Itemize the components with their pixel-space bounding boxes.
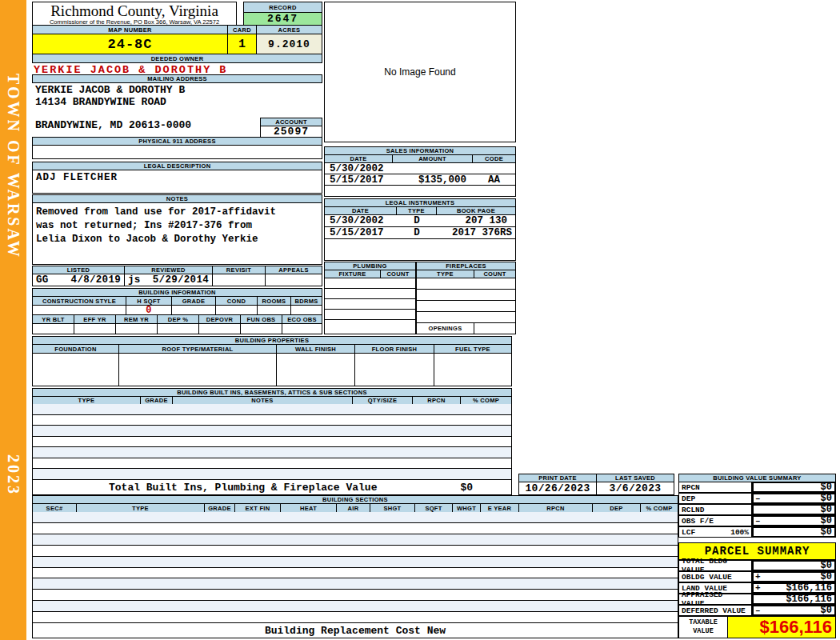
bvs-obs-value: $0 bbox=[764, 515, 834, 526]
funobs-label: FUN OBS bbox=[241, 315, 282, 323]
sec-num-label: SEC# bbox=[33, 504, 77, 512]
sec-eyear-label: E YEAR bbox=[481, 504, 519, 512]
built-ins-comp-label: % COMP bbox=[461, 397, 511, 404]
sales-date: 5/15/2017 bbox=[325, 174, 393, 185]
hsqft-label: H SQFT bbox=[126, 297, 172, 305]
foundation-value bbox=[33, 354, 119, 386]
table-row bbox=[417, 301, 515, 312]
bvs-lcf-value: $0 bbox=[764, 526, 834, 538]
ecoobs-value bbox=[282, 324, 322, 334]
table-row bbox=[325, 239, 515, 251]
fuel-type-value bbox=[434, 354, 511, 386]
sec-type-label: TYPE bbox=[77, 504, 205, 512]
rooms-value bbox=[258, 306, 291, 314]
grade-label: GRADE bbox=[172, 297, 216, 305]
instrument-type: D bbox=[397, 215, 437, 226]
cond-label: COND bbox=[216, 297, 258, 305]
land-value: $166,116 bbox=[764, 582, 834, 594]
bvs-row-lcf: LCF 100% $0 bbox=[678, 526, 836, 538]
sales-date bbox=[325, 186, 393, 196]
table-row bbox=[33, 404, 511, 414]
legal-description-value: ADJ FLETCHER bbox=[32, 170, 322, 194]
reviewed-by: js bbox=[128, 274, 141, 286]
floor-finish-label: FLOOR FINISH bbox=[355, 345, 434, 353]
obldg-cell: + $0 bbox=[752, 571, 836, 582]
table-row bbox=[325, 278, 415, 289]
reviewed-date: 5/29/2014 bbox=[153, 274, 209, 286]
notes-line-1: Removed from land use for 2017-affidavit bbox=[36, 206, 318, 219]
instrument-type-label: TYPE bbox=[397, 207, 437, 214]
grade-value bbox=[172, 306, 216, 314]
floor-finish-value bbox=[355, 354, 434, 386]
county-title: Richmond County, Virginia bbox=[33, 3, 236, 18]
funobs-value bbox=[241, 324, 282, 334]
fireplaces-table-body bbox=[416, 278, 516, 323]
plumbing-count-label: COUNT bbox=[381, 270, 415, 278]
built-ins-total-row: Total Built Ins, Plumbing & Fireplace Va… bbox=[32, 479, 512, 495]
instrument-date: 5/30/2002 bbox=[325, 215, 397, 226]
instrument-type: D bbox=[397, 227, 437, 238]
fuel-type-label: FUEL TYPE bbox=[434, 345, 511, 353]
sales-amount bbox=[393, 186, 473, 196]
table-row bbox=[33, 556, 678, 567]
review-value-row: GG 4/8/2019 js 5/29/2014 bbox=[32, 274, 322, 286]
instrument-date bbox=[325, 239, 397, 251]
bvs-rclnd-value: $0 bbox=[764, 504, 834, 515]
bvs-dep-cell: – $0 bbox=[752, 493, 836, 504]
building-sections-footer: Building Replacement Cost New bbox=[32, 622, 678, 638]
wall-finish-value bbox=[277, 354, 355, 386]
bvs-dep-value: $0 bbox=[764, 493, 834, 504]
mailing-line-1: YERKIE JACOB & DOROTHY B bbox=[35, 84, 185, 96]
instrument-book: 2017 376RS bbox=[437, 227, 515, 238]
cond-value bbox=[216, 306, 258, 314]
table-row bbox=[417, 278, 515, 290]
account-value: 25097 bbox=[260, 126, 322, 138]
bvs-dep-label: DEP bbox=[678, 493, 752, 504]
table-row: 5/30/2002 bbox=[325, 163, 515, 174]
bdrms-label: BDRMS bbox=[291, 297, 322, 305]
sales-amount bbox=[393, 163, 473, 174]
reviewed-label: REVIEWED bbox=[125, 266, 213, 274]
table-row bbox=[325, 299, 415, 310]
acres-value: 9.2010 bbox=[256, 34, 322, 54]
sales-date: 5/30/2002 bbox=[325, 163, 393, 174]
table-row bbox=[33, 436, 511, 447]
roof-label: ROOF TYPE/MATERIAL bbox=[119, 345, 277, 353]
instrument-book bbox=[437, 239, 515, 251]
depovr-label: DEPOVR bbox=[199, 315, 241, 323]
obldg-label: OBLDG VALUE bbox=[678, 571, 752, 582]
print-date-value: 10/26/2023 bbox=[519, 482, 597, 494]
bvs-rpcn-cell: $0 bbox=[752, 482, 836, 493]
bdrms-value bbox=[291, 306, 322, 314]
construction-style-label: CONSTRUCTION STYLE bbox=[33, 297, 126, 305]
bvs-rclnd-cell: $0 bbox=[752, 504, 836, 515]
reviewed-value: js 5/29/2014 bbox=[125, 274, 213, 286]
fireplace-type-label: TYPE bbox=[417, 270, 474, 278]
depovr-value bbox=[199, 324, 241, 334]
operator: – bbox=[754, 494, 764, 503]
total-bldg-cell: $0 bbox=[752, 560, 836, 571]
table-row bbox=[33, 446, 511, 458]
property-record-card: TOWN OF WARSAW 2023 Richmond County, Vir… bbox=[0, 0, 840, 640]
taxable-value-amount: $166,116 bbox=[728, 616, 836, 638]
table-row bbox=[33, 468, 511, 479]
bvs-rpcn-label: RPCN bbox=[678, 482, 752, 493]
dates-value-row: 10/26/2023 3/6/2023 bbox=[518, 482, 674, 495]
sales-code-label: CODE bbox=[473, 155, 515, 162]
bvs-row-dep: DEP – $0 bbox=[678, 493, 836, 504]
mailing-address-label: MAILING ADDRESS bbox=[32, 74, 322, 83]
operator: + bbox=[754, 572, 764, 582]
table-row: 5/30/2002 D 207 130 bbox=[325, 215, 515, 227]
sec-comp-label: % COMP bbox=[641, 504, 678, 512]
operator: – bbox=[754, 606, 764, 615]
taxable-value-label: TAXABLE VALUE bbox=[678, 616, 728, 638]
table-row bbox=[33, 600, 678, 611]
sidebar-town-label: TOWN OF WARSAW bbox=[4, 74, 22, 259]
roof-value bbox=[119, 354, 277, 386]
deferred-label: DEFERRED VALUE bbox=[678, 605, 752, 616]
sec-sqft-label: SQFT bbox=[415, 504, 453, 512]
sales-date-label: DATE bbox=[325, 155, 393, 162]
building-properties-value-row bbox=[32, 353, 512, 386]
appeals-value bbox=[266, 274, 322, 286]
listed-value: GG 4/8/2019 bbox=[33, 274, 125, 286]
